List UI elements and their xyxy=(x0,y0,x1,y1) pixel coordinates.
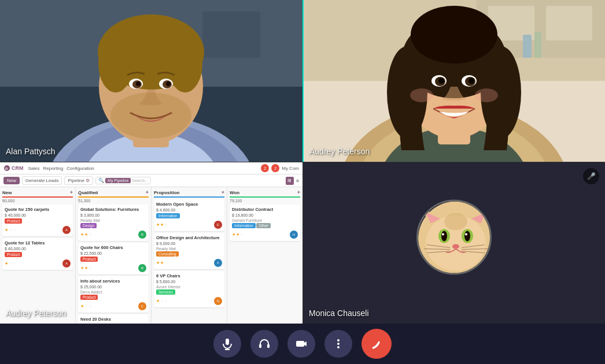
col-proposition-add[interactable]: + xyxy=(222,190,224,195)
screen-share-name: Audrey Peterson xyxy=(6,309,66,318)
crm-search-bar[interactable]: 🔍 My Pipeline Search... xyxy=(95,177,151,184)
svg-point-35 xyxy=(411,6,497,64)
cat-avatar xyxy=(416,199,492,274)
crm-nav-sales[interactable]: Sales xyxy=(28,166,40,171)
list-view-btn[interactable]: ≡ xyxy=(296,178,299,184)
card-company: Deco Addict xyxy=(80,290,146,294)
kanban-card[interactable]: Modern Open Space $ 4,600.00 Information… xyxy=(154,199,224,231)
col-won-amount: 79,100 xyxy=(230,199,300,203)
card-title: Global Solutions: Furnitures xyxy=(80,207,146,212)
kanban-card[interactable]: Info about services $ 25,000.00 Deco Add… xyxy=(78,276,149,313)
end-call-button[interactable] xyxy=(361,329,392,359)
crm-company-label: My Com xyxy=(282,166,299,171)
card-price: $ 4,600.00 xyxy=(156,208,222,212)
kanban-col-won: Won + 79,100 Distributor Contract $ 19,8… xyxy=(227,187,302,324)
card-tag: Information xyxy=(232,223,256,228)
card-avatar: E xyxy=(214,221,222,229)
card-price: $ 22,500.00 xyxy=(80,251,146,255)
kanban-card[interactable]: Quote for 600 Chairs $ 22,500.00 Product… xyxy=(78,243,149,274)
new-button[interactable]: New xyxy=(3,177,20,184)
svg-point-75 xyxy=(337,346,340,348)
svg-point-56 xyxy=(442,233,444,235)
svg-point-28 xyxy=(379,127,529,162)
pipeline-button[interactable]: Pipeline ⚙ xyxy=(64,176,93,185)
svg-point-27 xyxy=(356,116,552,162)
svg-rect-29 xyxy=(438,113,470,144)
kanban-view-btn[interactable]: ⊞ xyxy=(286,177,294,185)
svg-point-65 xyxy=(444,213,467,230)
card-tag: Design xyxy=(80,223,97,228)
card-avatar: B xyxy=(138,264,146,272)
col-new-title: New xyxy=(2,190,12,195)
video-grid: Alan Pattysch xyxy=(0,0,605,324)
svg-rect-20 xyxy=(304,0,605,81)
card-price: $ 25,000.00 xyxy=(80,285,146,289)
col-proposition-title: Proposition xyxy=(154,190,179,195)
kanban-card[interactable]: Need 20 Desks $ 60,000.00 ★☆☆ D xyxy=(78,314,149,324)
card-company: Azure Interior xyxy=(156,285,222,289)
svg-point-36 xyxy=(431,75,447,87)
card-price: $ 60,000.00 xyxy=(80,323,146,324)
more-options-button[interactable] xyxy=(324,330,352,358)
card-tag: Information xyxy=(156,213,180,218)
video-cell-alan: Alan Pattysch xyxy=(0,0,302,162)
card-title: Quote for 150 carpets xyxy=(5,207,71,212)
card-avatar: A xyxy=(62,226,71,234)
card-title: Need 20 Desks xyxy=(80,317,146,322)
svg-marker-72 xyxy=(304,341,307,346)
col-new-add[interactable]: + xyxy=(70,190,73,195)
card-tag2: Other xyxy=(256,223,270,228)
svg-point-57 xyxy=(465,233,467,235)
crm-logo: o CRM xyxy=(3,165,24,172)
generate-leads-button[interactable]: Generate Leads xyxy=(22,176,62,185)
svg-point-74 xyxy=(337,343,340,345)
search-icon: 🔍 xyxy=(98,178,104,183)
video-cell-audrey: Audrey Peterson xyxy=(302,0,605,162)
crm-kanban-board: New + 80,000 Quote for 150 carpets $ 40,… xyxy=(0,187,302,324)
card-title: Quote for 12 Tables xyxy=(5,240,71,246)
alan-name: Alan Pattysch xyxy=(6,147,56,156)
crm-icons-area: 2 2 My Com xyxy=(261,164,299,172)
col-qualified-title: Qualified xyxy=(78,190,98,195)
svg-rect-70 xyxy=(267,344,270,348)
card-tag: Consulting xyxy=(156,251,179,257)
kanban-card[interactable]: Global Solutions: Furnitures $ 3,800.00 … xyxy=(78,205,149,241)
col-won-title: Won xyxy=(230,190,239,195)
kanban-card[interactable]: Quote for 150 carpets $ 40,000.00 Produc… xyxy=(2,205,73,236)
video-cell-monica: 🎤 xyxy=(302,162,605,324)
kanban-col-new-header: New + xyxy=(2,190,73,198)
kanban-card[interactable]: 6 VP Chairs $ 5,600.00 Azure Interior Se… xyxy=(154,271,224,307)
col-qualified-add[interactable]: + xyxy=(146,190,149,195)
col-won-add[interactable]: + xyxy=(297,190,300,195)
crm-header: o CRM Sales Reporting Configuration 2 2 … xyxy=(0,162,302,174)
svg-rect-69 xyxy=(259,344,261,348)
svg-rect-25 xyxy=(534,32,541,58)
microphone-button[interactable] xyxy=(213,330,241,358)
card-tag: Product xyxy=(5,218,22,224)
kanban-col-qualified: Qualified + 51,300 Global Solutions: Fur… xyxy=(76,187,152,324)
card-title: Office Design and Architecture xyxy=(156,235,222,240)
kanban-card[interactable]: Distributor Contract $ 19,800.00 Gemini … xyxy=(230,205,300,241)
pipeline-filter-tag: My Pipeline xyxy=(105,178,131,183)
svg-point-58 xyxy=(452,244,459,248)
svg-rect-66 xyxy=(226,339,229,345)
svg-point-43 xyxy=(475,88,498,102)
camera-button[interactable] xyxy=(287,330,315,358)
svg-rect-21 xyxy=(477,0,605,58)
svg-rect-71 xyxy=(296,341,304,347)
headphones-button[interactable] xyxy=(250,330,278,358)
crm-nav-configuration[interactable]: Configuration xyxy=(67,166,94,171)
kanban-card[interactable]: Quote for 12 Tables $ 40,000.00 Product … xyxy=(2,238,73,270)
svg-point-26 xyxy=(338,104,570,162)
kanban-col-won-header: Won + xyxy=(230,190,300,198)
crm-toolbar: New Generate Leads Pipeline ⚙ 🔍 My Pipel… xyxy=(0,174,302,187)
svg-point-37 xyxy=(462,75,477,87)
svg-rect-23 xyxy=(546,6,592,40)
card-price: $ 3,800.00 xyxy=(80,213,146,217)
notif-badge-2: 2 xyxy=(271,164,279,172)
kanban-card[interactable]: Office Design and Architecture $ 9,000.0… xyxy=(154,233,224,269)
svg-rect-24 xyxy=(523,35,532,58)
svg-rect-19 xyxy=(304,0,605,162)
crm-nav-reporting[interactable]: Reporting xyxy=(43,166,64,171)
crm-nav-crm: CRM xyxy=(12,165,24,171)
